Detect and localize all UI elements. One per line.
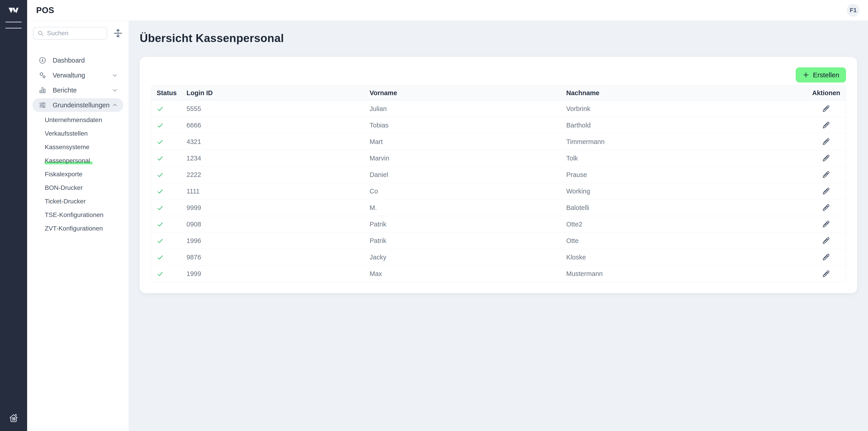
sidebar-item-tse-konfigurationen[interactable]: TSE-Konfigurationen	[27, 208, 129, 222]
sub-item-label-active: Kassenpersonal	[45, 157, 92, 164]
cell-nachname: Barthold	[561, 117, 758, 133]
staff-card: Erstellen Status Login ID Vorname	[140, 57, 857, 293]
sidebar-item-grundeinstellungen[interactable]: Grundeinstellungen	[33, 98, 123, 112]
edit-pencil-icon[interactable]	[822, 154, 830, 162]
table-row[interactable]: 0908 Patrik Otte2	[151, 216, 846, 233]
edit-pencil-icon[interactable]	[822, 187, 830, 195]
edit-pencil-icon[interactable]	[822, 121, 830, 129]
edit-pencil-icon[interactable]	[822, 137, 830, 146]
cell-vorname: Daniel	[364, 166, 561, 183]
cell-login-id: 6666	[181, 117, 364, 133]
status-check-icon	[157, 122, 164, 129]
search-input[interactable]	[47, 30, 103, 37]
gears-icon	[38, 71, 46, 79]
cell-nachname: Timmermann	[561, 133, 758, 150]
cell-login-id: 1999	[181, 266, 364, 282]
sidebar-item-ticket-drucker[interactable]: Ticket-Drucker	[27, 194, 129, 208]
cell-login-id: 2222	[181, 166, 364, 183]
cell-nachname: Vorbrink	[561, 100, 758, 117]
sidebar-item-verkaufsstellen[interactable]: Verkaufsstellen	[27, 127, 129, 140]
sub-item-label: TSE-Konfigurationen	[45, 211, 103, 219]
sidebar-item-zvt-konfigurationen[interactable]: ZVT-Konfigurationen	[27, 222, 129, 235]
col-header-vorname: Vorname	[364, 86, 561, 100]
sidebar-subnav: Unternehmensdaten Verkaufsstellen Kassen…	[27, 113, 129, 235]
edit-pencil-icon[interactable]	[822, 204, 830, 212]
edit-pencil-icon[interactable]	[822, 253, 830, 261]
cell-vorname: Tobias	[364, 117, 561, 133]
cell-login-id: 1111	[181, 183, 364, 199]
icon-rail	[0, 0, 27, 431]
table-row[interactable]: 1111 Co Working	[151, 183, 846, 199]
col-header-aktionen: Aktionen	[758, 86, 846, 100]
status-check-icon	[157, 172, 164, 179]
col-header-status: Status	[151, 86, 181, 100]
cell-login-id: 4321	[181, 133, 364, 150]
plus-icon	[802, 71, 809, 79]
sidebar-item-berichte[interactable]: Berichte	[33, 83, 123, 97]
sliders-icon	[38, 101, 46, 109]
cell-login-id: 9999	[181, 199, 364, 216]
cell-vorname: Co	[364, 183, 561, 199]
table-row[interactable]: 6666 Tobias Barthold	[151, 117, 846, 133]
cell-login-id: 0908	[181, 216, 364, 233]
sub-item-label: BON-Drucker	[45, 184, 83, 191]
table-row[interactable]: 1999 Max Mustermann	[151, 266, 846, 282]
page-title: Übersicht Kassenpersonal	[140, 32, 857, 45]
edit-pencil-icon[interactable]	[822, 220, 830, 228]
sidebar-nav: Dashboard Verwaltung Berichte Gru	[27, 54, 129, 235]
cell-nachname: Tolk	[561, 150, 758, 166]
main-content: Übersicht Kassenpersonal Erstellen	[129, 21, 868, 431]
topbar: POS F1	[27, 0, 868, 21]
table-row[interactable]: 9999 M. Balotelli	[151, 199, 846, 216]
edit-pencil-icon[interactable]	[822, 270, 830, 278]
sub-item-label: Ticket-Drucker	[45, 198, 86, 205]
table-row[interactable]: 1234 Marvin Tolk	[151, 150, 846, 166]
sidebar-item-fiskalexporte[interactable]: Fiskalexporte	[27, 167, 129, 181]
staff-table: Status Login ID Vorname Nachname Aktione…	[151, 86, 846, 282]
home-icon[interactable]	[8, 413, 19, 423]
sidebar-item-label: Berichte	[53, 87, 76, 94]
sidebar-item-label: Verwaltung	[53, 72, 85, 79]
sidebar-item-verwaltung[interactable]: Verwaltung	[33, 68, 123, 82]
sidebar-item-bon-drucker[interactable]: BON-Drucker	[27, 181, 129, 194]
sidebar-item-kassensysteme[interactable]: Kassensysteme	[27, 140, 129, 154]
status-check-icon	[157, 155, 164, 162]
search-box	[33, 27, 107, 39]
create-button[interactable]: Erstellen	[796, 67, 846, 83]
sidebar-item-kassenpersonal[interactable]: Kassenpersonal	[27, 154, 129, 167]
expand-collapse-icon[interactable]	[113, 28, 123, 38]
status-check-icon	[157, 221, 164, 228]
edit-pencil-icon[interactable]	[822, 105, 830, 113]
brand-w-logo-icon[interactable]	[8, 7, 19, 14]
edit-pencil-icon[interactable]	[822, 171, 830, 179]
col-header-login-id: Login ID	[181, 86, 364, 100]
cell-vorname: Max	[364, 266, 561, 282]
sidebar-item-unternehmensdaten[interactable]: Unternehmensdaten	[27, 113, 129, 127]
cell-vorname: Mart	[364, 133, 561, 150]
status-check-icon	[157, 188, 164, 195]
user-avatar[interactable]: F1	[847, 4, 860, 17]
table-row[interactable]: 2222 Daniel Prause	[151, 166, 846, 183]
sub-item-label: Unternehmensdaten	[45, 116, 102, 124]
app-root: POS F1 Dashboard	[0, 0, 868, 431]
table-row[interactable]: 4321 Mart Timmermann	[151, 133, 846, 150]
menu-bar	[5, 28, 22, 29]
gauge-icon	[38, 56, 46, 64]
table-row[interactable]: 9876 Jacky Kloske	[151, 249, 846, 266]
cell-vorname: Jacky	[364, 249, 561, 266]
status-check-icon	[157, 138, 164, 146]
status-check-icon	[157, 205, 164, 212]
table-row[interactable]: 5555 Julian Vorbrink	[151, 100, 846, 117]
cell-nachname: Otte	[561, 233, 758, 249]
cell-vorname: Patrik	[364, 216, 561, 233]
edit-pencil-icon[interactable]	[822, 237, 830, 245]
app-title: POS	[36, 6, 54, 15]
table-row[interactable]: 1996 Patrik Otte	[151, 233, 846, 249]
cell-vorname: Julian	[364, 100, 561, 117]
sidebar-item-dashboard[interactable]: Dashboard	[33, 54, 123, 67]
cell-nachname: Kloske	[561, 249, 758, 266]
menu-lines-icon[interactable]	[5, 22, 22, 29]
cell-nachname: Mustermann	[561, 266, 758, 282]
chevron-up-icon	[112, 102, 118, 109]
cell-login-id: 1996	[181, 233, 364, 249]
